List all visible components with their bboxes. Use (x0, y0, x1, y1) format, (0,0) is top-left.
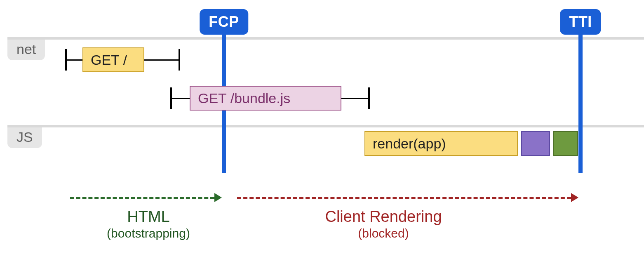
row-divider-middle (7, 125, 644, 127)
phase-subtitle-client-rendering: (blocked) (325, 226, 442, 241)
whisker-cap-left-get-root (65, 49, 67, 71)
arrowhead-html (214, 193, 222, 202)
task-get-root: GET / (82, 47, 144, 72)
row-label-js: JS (7, 127, 42, 148)
task-get-bundle: GET /bundle.js (190, 86, 341, 111)
whisker-cap-right-get-root (179, 49, 180, 71)
phase-caption-html: HTML (bootstrapping) (107, 208, 190, 241)
row-label-net: net (7, 40, 45, 60)
milestone-line-tti (578, 30, 583, 173)
task-layout-block (521, 131, 550, 156)
phase-title-client-rendering: Client Rendering (325, 208, 442, 226)
row-divider-top (7, 37, 644, 40)
milestone-tag-fcp: FCP (200, 9, 248, 35)
phase-subtitle-html: (bootstrapping) (107, 226, 190, 241)
arrowhead-client-rendering (571, 193, 578, 202)
phase-caption-client-rendering: Client Rendering (blocked) (325, 208, 442, 241)
task-paint-block (553, 131, 578, 156)
rendering-timeline-diagram: net JS FCP TTI GET / GET /bundle.js rend… (0, 0, 644, 259)
whisker-cap-right-get-bundle (368, 87, 370, 109)
phase-arrow-client-rendering (237, 197, 571, 199)
phase-arrow-html (70, 197, 214, 199)
milestone-tag-tti: TTI (560, 9, 601, 35)
phase-title-html: HTML (107, 208, 190, 226)
task-render-app: render(app) (364, 131, 518, 156)
whisker-cap-left-get-bundle (170, 87, 172, 109)
